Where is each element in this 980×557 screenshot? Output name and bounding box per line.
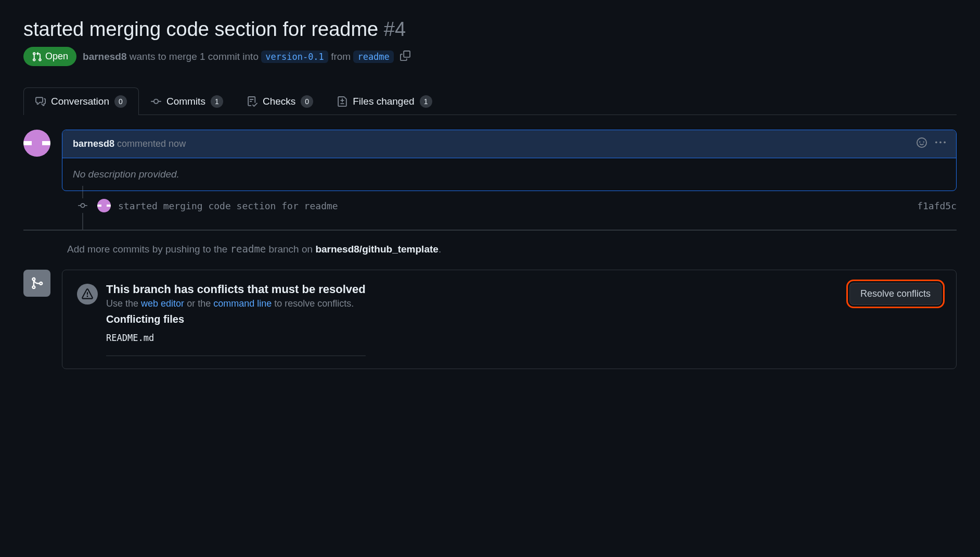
divider <box>23 230 957 231</box>
conflict-title: This branch has conflicts that must be r… <box>106 283 366 296</box>
tab-commits-label: Commits <box>166 96 205 107</box>
conflict-subtitle: Use the web editor or the command line t… <box>106 298 366 309</box>
git-merge-icon <box>30 276 44 290</box>
tab-files-label: Files changed <box>353 96 414 107</box>
comment-box: barnesd8 commented now No description pr… <box>62 130 957 191</box>
conflict-sub-mid: or the <box>187 298 211 309</box>
conflict-sub-suffix: to resolve conflicts. <box>274 298 354 309</box>
smiley-icon[interactable] <box>917 137 927 150</box>
push-hint-prefix: Add more commits by pushing to the <box>67 244 227 255</box>
tab-conversation[interactable]: Conversation 0 <box>23 87 139 115</box>
pr-state-label: Open <box>45 51 68 62</box>
pr-title-text: started merging code section for readme <box>23 18 378 40</box>
pr-title: started merging code section for readme … <box>23 18 957 41</box>
pr-number: #4 <box>384 18 406 40</box>
pr-meta: Open barnesd8 wants to merge 1 commit in… <box>23 47 957 66</box>
head-branch[interactable]: readme <box>353 50 393 63</box>
comment-row: barnesd8 commented now No description pr… <box>23 130 957 191</box>
push-hint-repo: barnesd8/github_template <box>315 244 439 255</box>
push-hint-suffix: . <box>439 244 441 255</box>
push-hint-branch: readme <box>230 243 266 255</box>
comment-discussion-icon <box>35 96 46 107</box>
alert-icon-circle <box>77 284 98 305</box>
kebab-icon[interactable] <box>935 137 946 150</box>
alert-icon <box>82 288 93 300</box>
tab-conversation-count: 0 <box>114 95 127 108</box>
push-hint: Add more commits by pushing to the readm… <box>67 243 957 255</box>
tab-commits-count: 1 <box>211 95 223 108</box>
conflict-file[interactable]: README.md <box>106 333 366 356</box>
pr-state-badge: Open <box>23 47 76 66</box>
comment-author[interactable]: barnesd8 <box>73 138 114 149</box>
git-pull-request-icon <box>32 52 42 62</box>
timeline: barnesd8 commented now No description pr… <box>23 130 957 369</box>
conflict-sub-prefix: Use the <box>106 298 138 309</box>
web-editor-link[interactable]: web editor <box>141 298 184 309</box>
commit-dot-icon <box>75 198 90 213</box>
pr-author[interactable]: barnesd8 <box>83 51 126 62</box>
push-hint-mid: branch on <box>269 244 313 255</box>
pr-merge-text-1: wants to merge 1 commit into <box>130 51 259 62</box>
tab-files[interactable]: Files changed 1 <box>325 87 444 115</box>
pr-merge-text-2: from <box>331 51 351 62</box>
pr-tabs: Conversation 0 Commits 1 Checks 0 Files … <box>23 87 957 115</box>
comment-body: No description provided. <box>62 158 956 191</box>
commit-row: started merging code section for readme … <box>23 191 957 220</box>
commit-sha[interactable]: f1afd5c <box>917 200 957 211</box>
resolve-conflicts-button[interactable]: Resolve conflicts <box>849 283 942 305</box>
conflict-files-title: Conflicting files <box>106 313 366 325</box>
tab-checks[interactable]: Checks 0 <box>235 87 325 115</box>
checklist-icon <box>247 96 257 107</box>
merge-badge <box>23 270 50 297</box>
tab-checks-label: Checks <box>263 96 295 107</box>
commit-avatar[interactable] <box>97 199 111 212</box>
tab-commits[interactable]: Commits 1 <box>139 87 235 115</box>
comment-action: commented now <box>117 138 186 149</box>
git-commit-icon <box>151 96 161 107</box>
merge-row: This branch has conflicts that must be r… <box>23 270 957 369</box>
base-branch[interactable]: version-0.1 <box>261 50 328 63</box>
comment-header: barnesd8 commented now <box>62 130 956 158</box>
merge-box: This branch has conflicts that must be r… <box>62 270 957 369</box>
pr-meta-text: barnesd8 wants to merge 1 commit into ve… <box>83 51 394 62</box>
file-diff-icon <box>337 96 347 107</box>
tab-conversation-label: Conversation <box>51 96 109 107</box>
command-line-link[interactable]: command line <box>213 298 272 309</box>
tab-checks-count: 0 <box>301 95 313 108</box>
avatar[interactable] <box>23 130 50 157</box>
tab-files-count: 1 <box>420 95 432 108</box>
commit-message[interactable]: started merging code section for readme <box>118 200 910 211</box>
copy-icon[interactable] <box>400 50 410 63</box>
